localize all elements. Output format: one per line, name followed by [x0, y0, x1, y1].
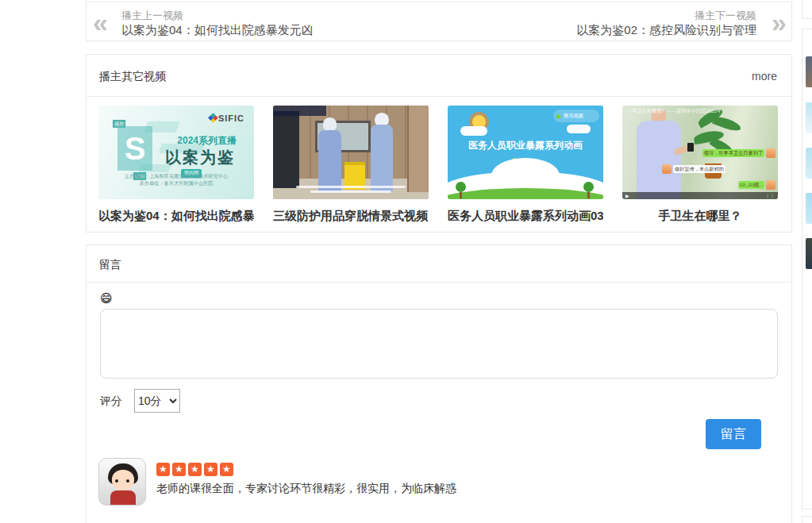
thumb3-main-title: 医务人员职业暴露系列动画: [448, 139, 603, 152]
thumb1-organizers: 主办单位：上海斯菲克微生物应用技术研究中心承办单位：复旦大学附属中山医院: [102, 172, 250, 187]
sidebar-top-panel: [802, 0, 812, 19]
chat-avatar: [766, 148, 775, 158]
avatar-shirt: [110, 490, 136, 506]
chat-bubble: 做好宣传，来点新鲜的: [673, 165, 725, 173]
video-title[interactable]: 医务人员职业暴露系列动画03...: [448, 209, 603, 224]
thumb2-person1-gown: [318, 130, 341, 192]
next-video-icon[interactable]: »: [772, 6, 787, 39]
video-thumbnail-cartoon[interactable]: ▶腾讯视频 医务人员职业暴露系列动画 预防篇: [448, 106, 603, 199]
video-card[interactable]: 《手卫生在哪里》——深圳市中医院2022年世界手卫生日宣传片 领导，世界手卫生日…: [622, 106, 778, 224]
other-videos-panel: 播主其它视频 more 感控 S 计划 SIFIC 2024系列直播 以案为鉴 …: [86, 54, 792, 233]
video-thumbnail-sific[interactable]: 感控 S 计划 SIFIC 2024系列直播 以案为鉴 第四期 主办单位：上海斯…: [98, 106, 254, 199]
thumb2-person1-head: [323, 117, 337, 131]
thumb1-series-line: 2024系列直播: [177, 134, 237, 148]
star-icon: ★: [172, 463, 186, 476]
sidebar-video-thumb[interactable]: [806, 238, 812, 269]
thumb2-person2-gown: [371, 125, 392, 192]
prev-next-bar: « 播主上一视频 以案为鉴04：如何找出院感暴发元凶 播主下一视频 以案为鉴02…: [86, 2, 792, 41]
chat-bubble: (⊙_⊙)嗯...: [738, 181, 764, 189]
video-title[interactable]: 手卫生在哪里？: [622, 209, 778, 224]
sidebar-video-thumb[interactable]: [806, 193, 812, 224]
star-icon: ★: [156, 463, 170, 476]
reviewer-avatar: [98, 458, 146, 506]
chat-row: (⊙_⊙)嗯...: [722, 179, 775, 191]
tree-trunk: [587, 192, 590, 198]
prev-video-icon[interactable]: «: [93, 6, 108, 39]
thumb4-caption: 《手卫生在哪里》——深圳市中医院2022年世界手卫生日宣传片: [627, 108, 721, 115]
submit-comment-button[interactable]: 留言: [706, 419, 761, 449]
tencent-video-logo: ▶腾讯视频: [553, 110, 599, 122]
video-card[interactable]: 感控 S 计划 SIFIC 2024系列直播 以案为鉴 第四期 主办单位：上海斯…: [98, 106, 254, 224]
next-video-title[interactable]: 以案为鉴02：感控风险识别与管理: [576, 23, 756, 38]
thumb1-s-letter: S: [117, 126, 152, 171]
comments-header: 留言: [87, 245, 791, 283]
thumb2-subtitle-line: [296, 186, 405, 188]
thumb2-door: [407, 106, 429, 192]
sific-diamond-icon: [208, 113, 218, 123]
chat-avatar: [766, 180, 775, 190]
tree-trunk: [460, 192, 462, 198]
video-title[interactable]: 三级防护用品穿脱情景式视频...: [273, 209, 429, 224]
comments-panel: 留言 😄 评分 10分 留言 ★ ★ ★ ★ ★ 老师的课很全面，专家讨论环节很…: [86, 244, 792, 523]
thumb2-cabinet: [273, 111, 299, 188]
chat-bubble: 领导，世界手卫生日要到了: [702, 149, 764, 157]
tree-icon: [456, 182, 466, 192]
more-link[interactable]: more: [752, 70, 777, 83]
sific-logo: SIFIC: [210, 113, 244, 123]
star-icon: ★: [188, 463, 202, 476]
plant-leaf: [712, 114, 742, 133]
other-videos-header: 播主其它视频 more: [87, 55, 791, 97]
star-icon: ★: [204, 463, 217, 476]
sidebar-video-thumb[interactable]: [806, 102, 812, 133]
comment-input[interactable]: [100, 309, 778, 379]
comments-title: 留言: [99, 258, 121, 272]
avatar-eye: [126, 479, 129, 483]
sidebar-bottom-panel: [802, 516, 812, 523]
prev-video-label: 播主上一视频: [121, 9, 183, 23]
review-text: 老师的课很全面，专家讨论环节很精彩，很实用，为临床解惑: [156, 482, 456, 496]
rating-select[interactable]: 10分: [134, 389, 180, 413]
player-menu-icon[interactable]: ⋮⋮: [765, 193, 775, 198]
cloud-icon: [460, 126, 487, 136]
next-video-label: 播主下一视频: [695, 9, 756, 23]
chat-row: 做好宣传，来点新鲜的: [662, 163, 757, 175]
thumb4-person-shirt: [637, 121, 682, 199]
video-title[interactable]: 以案为鉴04：如何找出院感暴...: [98, 209, 254, 224]
video-player-bar[interactable]: ▶ ⋮⋮: [622, 192, 778, 199]
other-videos-title: 播主其它视频: [99, 70, 166, 84]
play-icon[interactable]: ▶: [625, 193, 629, 198]
tree-icon: [583, 182, 594, 192]
sidebar-video-thumb[interactable]: [806, 56, 812, 87]
video-thumbnail-handwash[interactable]: 《手卫生在哪里》——深圳市中医院2022年世界手卫生日宣传片 领导，世界手卫生日…: [622, 106, 778, 199]
star-icon: ★: [220, 463, 233, 476]
video-thumbnail-ppe[interactable]: [273, 106, 429, 199]
thumb1-main-title: 以案为鉴: [165, 147, 235, 168]
video-card[interactable]: 三级防护用品穿脱情景式视频...: [273, 106, 429, 224]
thumb2-logo-banner: [273, 106, 326, 116]
sidebar-video-list-panel: [802, 29, 812, 510]
thumb2-subtitle-line: [310, 190, 391, 193]
emoji-picker-icon[interactable]: 😄: [100, 291, 113, 306]
cloud-icon: [567, 125, 591, 133]
play-icon: ▶: [557, 113, 562, 120]
rating-label: 评分: [100, 394, 122, 409]
sidebar-video-thumb[interactable]: [806, 148, 812, 179]
prev-video-title[interactable]: 以案为鉴04：如何找出院感暴发元凶: [121, 23, 314, 38]
review-stars: ★ ★ ★ ★ ★: [156, 463, 233, 476]
avatar-eye: [115, 479, 118, 483]
chat-avatar: [662, 164, 672, 174]
chat-row: 领导，世界手卫生日要到了: [664, 147, 775, 160]
video-card[interactable]: ▶腾讯视频 医务人员职业暴露系列动画 预防篇 医务人员职业暴露系列动画03...: [448, 106, 603, 224]
